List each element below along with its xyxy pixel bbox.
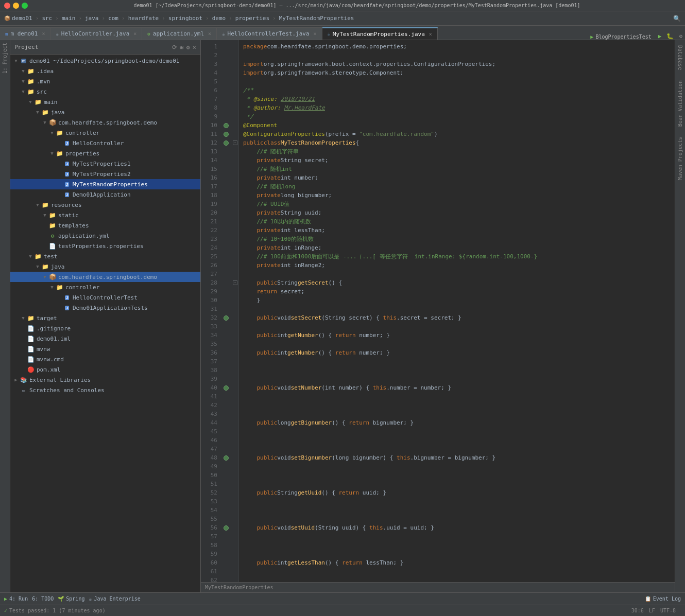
breadcrumb-demo[interactable]: demo <box>212 15 226 22</box>
breadcrumb-main[interactable]: main <box>62 15 76 22</box>
tree-item[interactable]: 📁templates <box>10 220 200 231</box>
maven-projects-toggle[interactable]: Maven Projects <box>677 134 683 183</box>
tree-item[interactable]: ▼📁java <box>10 107 200 117</box>
tree-item[interactable]: 📄testProperties.properties <box>10 241 200 251</box>
todo-item[interactable]: 6: TODO <box>32 596 54 602</box>
tab-demo01[interactable]: m m demo01 × <box>0 27 50 40</box>
tree-item[interactable]: ▼📁properties <box>10 148 200 159</box>
close-panel-icon[interactable]: × <box>193 44 196 51</box>
event-log-item[interactable]: 📋 Event Log <box>645 596 681 602</box>
minimize-button[interactable] <box>13 3 19 9</box>
collapse-icon[interactable]: ⊞ <box>180 44 183 51</box>
encoding-indicator[interactable]: UTF-8 <box>660 608 676 613</box>
run-button[interactable]: ▶ <box>656 33 664 40</box>
database-panel-toggle[interactable]: Database <box>677 43 683 73</box>
tree-arrow[interactable]: ▼ <box>48 151 56 156</box>
close-button[interactable] <box>4 3 10 9</box>
maximize-button[interactable] <box>22 3 28 9</box>
search-button[interactable]: 🔍 <box>673 15 681 22</box>
tree-item[interactable]: ▼📁.mvn <box>10 76 200 86</box>
tab-close-4[interactable]: × <box>429 31 432 37</box>
breadcrumb-src[interactable]: src <box>42 15 52 22</box>
project-tab-label[interactable]: 1: Project <box>2 43 8 74</box>
tree-item[interactable]: ▼📁target <box>10 313 200 323</box>
tree-arrow[interactable]: ▼ <box>34 202 41 207</box>
tree-item[interactable]: ▼📁.idea <box>10 66 200 76</box>
tree-arrow[interactable]: ▼ <box>20 315 27 321</box>
tree-item[interactable]: JMyTestProperties1 <box>10 159 200 169</box>
tree-item[interactable]: ▼📁src <box>10 86 200 97</box>
tab-hello-controller[interactable]: ☕ HelloController.java × <box>50 27 142 40</box>
spring-item[interactable]: 🌱 Spring <box>58 596 84 602</box>
tree-item[interactable]: ▶📚External Libraries <box>10 375 200 385</box>
tree-arrow[interactable]: ▼ <box>48 285 56 290</box>
tree-arrow[interactable]: ▼ <box>20 68 27 74</box>
tree-item[interactable]: JHelloControllerTest <box>10 292 200 303</box>
java-enterprise-item[interactable]: ☕ Java Enterprise <box>89 596 140 602</box>
sync-icon[interactable]: ⟳ <box>172 44 177 51</box>
tab-close-1[interactable]: × <box>133 31 136 37</box>
breadcrumb-class[interactable]: MyTestRandomProperties <box>279 15 354 22</box>
tree-item[interactable]: JMyTestProperties2 <box>10 169 200 179</box>
tree-item[interactable]: JDemo01Application <box>10 189 200 200</box>
bean-validation-toggle[interactable]: Bean Validation <box>677 78 683 129</box>
tree-arrow[interactable]: ▼ <box>27 254 34 259</box>
tree-item[interactable]: JHelloController <box>10 138 200 148</box>
tree-arrow[interactable]: ▼ <box>20 89 27 94</box>
tree-item[interactable]: ▼📦com.heardfate.springboot.demo <box>10 272 200 282</box>
tree-arrow[interactable]: ▼ <box>34 110 41 115</box>
gutter-fold-indicator[interactable]: - <box>232 138 238 147</box>
tree-item[interactable]: ▼📁java <box>10 261 200 272</box>
tree-item[interactable]: ▼📦com.heardfate.springboot.demo <box>10 117 200 128</box>
tree-item[interactable]: ▼📁test <box>10 251 200 261</box>
breadcrumb-bar: 📦 demo01 › src › main › java › com › hea… <box>0 11 685 26</box>
gutter-bean-indicator <box>221 182 231 191</box>
tree-item[interactable]: ✏Scratches and Consoles <box>10 385 200 395</box>
breadcrumb-module[interactable]: 📦 demo01 <box>4 15 32 22</box>
tree-item[interactable]: ▼📁controller <box>10 282 200 292</box>
tab-my-test-random[interactable]: ☕ MyTestRandomProperties.java × <box>322 27 438 40</box>
lf-indicator[interactable]: LF <box>649 608 655 613</box>
code-region[interactable]: 1234567891011121314151617181920212223242… <box>201 40 675 582</box>
tab-close-3[interactable]: × <box>314 31 317 37</box>
tree-arrow[interactable]: ▼ <box>20 79 27 84</box>
breadcrumb-heardfate[interactable]: heardfate <box>128 15 159 22</box>
breadcrumb-springboot[interactable]: springboot <box>168 15 202 22</box>
debug-button[interactable]: 🐛 <box>664 33 676 40</box>
settings-icon[interactable]: ⚙ <box>186 44 190 51</box>
tree-item[interactable]: 🔴pom.xml <box>10 364 200 375</box>
tree-container[interactable]: ▼mdemo01 ~/IdeaProjects/springboot-demo/… <box>10 55 200 592</box>
tree-arrow[interactable]: ▼ <box>41 213 48 218</box>
run-config-label[interactable]: ▶ BlogPropertiesTest <box>586 34 655 40</box>
tree-arrow[interactable]: ▼ <box>12 58 20 63</box>
tree-item[interactable]: ▼📁controller <box>10 128 200 138</box>
tab-close-0[interactable]: × <box>42 31 45 37</box>
breadcrumb-com[interactable]: com <box>108 15 118 22</box>
breadcrumb-java[interactable]: java <box>85 15 99 22</box>
tree-item[interactable]: 📄.gitignore <box>10 323 200 333</box>
tab-hello-controller-test[interactable]: ☕ HelloControllerTest.java × <box>217 27 322 40</box>
tree-arrow[interactable]: ▼ <box>27 99 34 104</box>
tree-item[interactable]: 📄demo01.iml <box>10 333 200 344</box>
tree-item[interactable]: JDemo01ApplicationTests <box>10 303 200 313</box>
tree-item[interactable]: JMyTestRandomProperties <box>10 179 200 189</box>
gutter-fold-indicator[interactable]: - <box>232 278 238 287</box>
tree-arrow[interactable]: ▼ <box>34 264 41 269</box>
tree-arrow[interactable]: ▼ <box>41 120 48 125</box>
tree-item[interactable]: ▼📁static <box>10 210 200 220</box>
tab-application-yml[interactable]: ⚙ application.yml × <box>142 27 217 40</box>
tree-item[interactable]: ⚙application.yml <box>10 231 200 241</box>
tree-label: .idea <box>37 68 54 75</box>
breadcrumb-properties[interactable]: properties <box>235 15 269 22</box>
tab-close-2[interactable]: × <box>208 31 211 37</box>
tree-arrow[interactable]: ▼ <box>48 130 56 135</box>
run-status-item[interactable]: ▶ 4: Run <box>4 596 28 602</box>
tree-arrow[interactable]: ▼ <box>41 274 48 279</box>
toolbar-more[interactable]: ⚙ <box>676 33 685 40</box>
tree-item[interactable]: 📄mvnw.cmd <box>10 354 200 364</box>
tree-item[interactable]: 📄mvnw <box>10 344 200 354</box>
tree-arrow[interactable]: ▶ <box>12 377 20 382</box>
tree-item[interactable]: ▼📁resources <box>10 200 200 210</box>
tree-item[interactable]: ▼📁main <box>10 97 200 107</box>
tree-item[interactable]: ▼mdemo01 ~/IdeaProjects/springboot-demo/… <box>10 56 200 66</box>
